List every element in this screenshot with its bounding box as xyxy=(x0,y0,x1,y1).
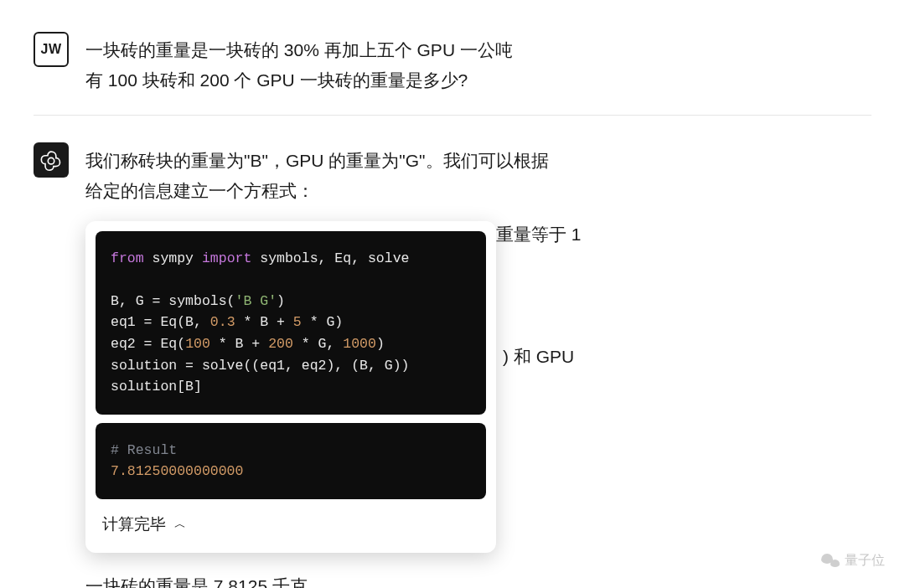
watermark-text: 量子位 xyxy=(845,552,885,570)
svg-point-0 xyxy=(48,158,54,164)
openai-logo-icon xyxy=(39,148,63,172)
user-message-row: JW 一块砖的重量是一块砖的 30% 再加上五个 GPU 一公吨有 100 块砖… xyxy=(34,25,871,115)
occluded-text-2: ) 和 GPU xyxy=(503,342,574,372)
keyword-import: import xyxy=(202,250,251,266)
collapse-toggle-button[interactable]: 计算完毕 ︿ xyxy=(96,508,486,543)
assistant-intro-text: 我们称砖块的重量为"B"，GPU 的重量为"G"。我们可以根据给定的信息建立一个… xyxy=(85,146,555,205)
user-message-content: 一块砖的重量是一块砖的 30% 再加上五个 GPU 一公吨有 100 块砖和 2… xyxy=(85,32,871,95)
assistant-final-answer: 一块砖的重量是 7.8125 千克。 xyxy=(85,571,871,588)
assistant-message-row: 我们称砖块的重量为"B"，GPU 的重量为"G"。我们可以根据给定的信息建立一个… xyxy=(34,136,871,588)
code-block-main: from sympy import symbols, Eq, solve B, … xyxy=(96,231,486,415)
assistant-avatar xyxy=(34,142,69,178)
message-divider xyxy=(34,115,871,116)
code-interpreter-panel: from sympy import symbols, Eq, solve B, … xyxy=(85,221,496,553)
assistant-message-content: 我们称砖块的重量为"B"，GPU 的重量为"G"。我们可以根据给定的信息建立一个… xyxy=(85,142,871,588)
watermark: 量子位 xyxy=(821,552,885,570)
result-value: 7.81250000000000 xyxy=(111,463,243,479)
collapse-label: 计算完毕 xyxy=(102,511,166,538)
result-comment: # Result xyxy=(111,442,177,458)
chevron-up-icon: ︿ xyxy=(174,514,186,534)
user-question-text: 一块砖的重量是一块砖的 30% 再加上五个 GPU 一公吨有 100 块砖和 2… xyxy=(85,35,521,95)
user-avatar: JW xyxy=(34,32,69,67)
user-avatar-initials: JW xyxy=(41,42,62,57)
string-literal: 'B G' xyxy=(235,293,277,309)
wechat-icon xyxy=(821,554,840,569)
code-block-result: # Result 7.81250000000000 xyxy=(96,423,486,499)
keyword-from: from xyxy=(111,250,144,266)
occluded-text-1: 重量等于 1 xyxy=(496,219,582,250)
